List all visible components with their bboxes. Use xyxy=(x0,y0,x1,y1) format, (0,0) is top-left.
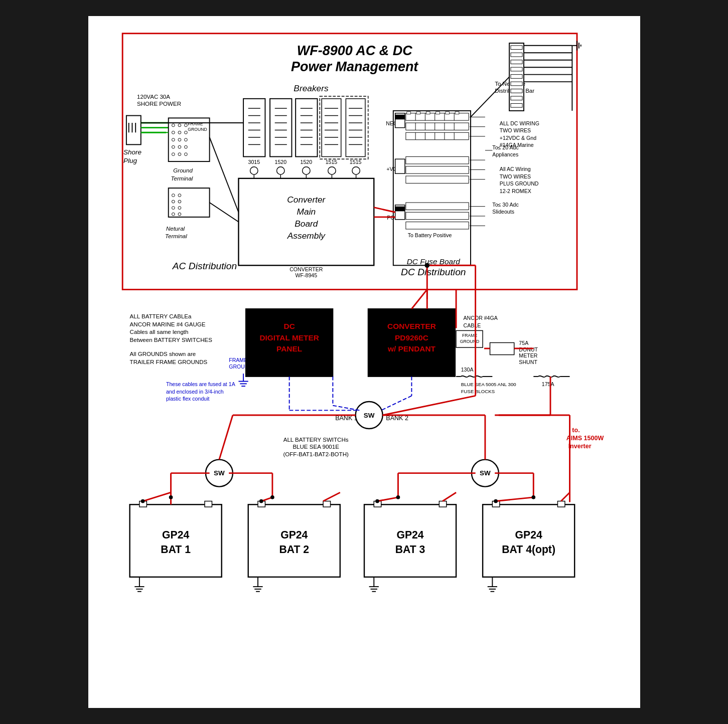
svg-rect-147 xyxy=(510,67,522,71)
dc-fuse-board-label: DC Fuse Board xyxy=(406,257,460,266)
svg-rect-62 xyxy=(322,99,341,157)
converter-label: Converter xyxy=(287,195,326,205)
svg-rect-109 xyxy=(435,112,440,114)
svg-line-270 xyxy=(561,492,569,501)
svg-point-294 xyxy=(424,263,429,268)
dc-distribution-label: DC Distribution xyxy=(401,267,466,277)
donut-meter: 75A xyxy=(519,340,529,346)
svg-rect-137 xyxy=(405,212,468,219)
aims-label: to. xyxy=(572,427,579,434)
svg-line-266 xyxy=(323,492,340,501)
svg-text:PD9260C: PD9260C xyxy=(395,333,428,342)
sw-right: SW xyxy=(480,469,491,477)
breakers-label: Breakers xyxy=(294,83,329,93)
neutral-terminal-label: Netural xyxy=(166,226,185,232)
main-title-line2: Power Management xyxy=(291,59,418,74)
svg-line-278 xyxy=(381,396,411,410)
svg-line-264 xyxy=(142,492,171,501)
svg-text:BAT 2: BAT 2 xyxy=(279,544,309,555)
svg-point-290 xyxy=(169,495,173,499)
svg-rect-111 xyxy=(455,112,459,114)
bat1-label: GP24 xyxy=(162,529,189,540)
fused-note: These cables are fused at 1A xyxy=(166,381,235,387)
svg-text:AIMS 1500W: AIMS 1500W xyxy=(566,435,604,442)
svg-point-78 xyxy=(250,167,257,174)
svg-text:FUSE BLOCKS: FUSE BLOCKS xyxy=(461,389,494,394)
svg-rect-152 xyxy=(510,103,522,107)
svg-rect-255 xyxy=(483,504,574,577)
svg-line-267 xyxy=(377,497,398,501)
ground-terminal-label: Ground xyxy=(173,167,193,173)
svg-text:1520: 1520 xyxy=(274,159,286,165)
shore-power-label: 120VAC 30A xyxy=(137,94,170,100)
breaker-3015: 3015 xyxy=(248,159,260,165)
bat4-label: GP24 xyxy=(515,529,542,540)
svg-text:Main: Main xyxy=(297,207,316,217)
svg-line-276 xyxy=(333,406,359,411)
fuse-block-130: 130A xyxy=(461,367,474,373)
svg-rect-148 xyxy=(510,75,522,79)
battery-cable-note: ALL BATTERY CABLEa xyxy=(129,313,191,319)
frame-ground-label: FRAME xyxy=(188,121,203,126)
svg-point-291 xyxy=(270,495,274,499)
svg-rect-247 xyxy=(364,504,456,577)
sw-center: SW xyxy=(363,412,374,419)
ac-wiring-note: All AC Wiring xyxy=(499,166,530,172)
to-battery-positive: To Battery Positive xyxy=(407,232,452,238)
svg-text:Terminal: Terminal xyxy=(171,175,193,182)
svg-text:TWO WIRES: TWO WIRES xyxy=(499,127,530,133)
svg-line-279 xyxy=(411,289,427,309)
svg-text:BAT 1: BAT 1 xyxy=(161,544,191,555)
svg-point-81 xyxy=(328,167,335,174)
svg-point-292 xyxy=(396,495,400,499)
converter-part: CONVERTER xyxy=(289,266,323,272)
svg-rect-231 xyxy=(129,504,221,577)
svg-rect-144 xyxy=(510,46,522,50)
shore-plug-label: Shore xyxy=(123,148,141,156)
fuse-block-175: 175A xyxy=(541,381,554,387)
svg-rect-53 xyxy=(296,99,317,157)
svg-text:SHUNT: SHUNT xyxy=(519,359,537,365)
svg-rect-110 xyxy=(445,112,449,114)
svg-rect-107 xyxy=(416,112,420,114)
bat2-label: GP24 xyxy=(280,529,308,540)
svg-line-268 xyxy=(443,492,456,501)
svg-line-220 xyxy=(219,415,232,460)
grounds-note: All GROUNDS shown are xyxy=(129,351,196,357)
svg-text:ANCOR MARINE #4 GAUGE: ANCOR MARINE #4 GAUGE xyxy=(129,321,205,327)
svg-point-286 xyxy=(140,499,144,503)
svg-text:Assembly: Assembly xyxy=(286,231,325,241)
svg-text:Slideouts: Slideouts xyxy=(492,209,514,215)
svg-text:#14GA Marine: #14GA Marine xyxy=(499,142,533,148)
svg-point-293 xyxy=(531,495,535,499)
svg-rect-138 xyxy=(405,222,468,229)
svg-line-269 xyxy=(496,497,533,501)
svg-text:+12VDC & Gnd: +12VDC & Gnd xyxy=(499,135,536,141)
ac-distribution-label: AC Distribution xyxy=(172,261,236,271)
svg-point-288 xyxy=(375,499,379,503)
svg-text:CABLE: CABLE xyxy=(463,322,481,328)
svg-rect-70 xyxy=(346,99,365,157)
svg-rect-239 xyxy=(248,504,340,577)
svg-line-281 xyxy=(382,396,475,415)
ancor-cable: ANCOR #4GA xyxy=(463,315,498,321)
svg-point-287 xyxy=(259,499,263,503)
svg-text:Terminal: Terminal xyxy=(165,233,187,239)
svg-text:Plug: Plug xyxy=(123,157,137,164)
svg-text:w/ PENDANT: w/ PENDANT xyxy=(387,344,435,353)
converter-panel-label: CONVERTER xyxy=(387,322,436,330)
to-30adc: To≤ 30 Adc xyxy=(492,202,519,208)
svg-rect-145 xyxy=(510,53,522,57)
svg-text:GROUND: GROUND xyxy=(460,339,479,344)
svg-text:DONUT: DONUT xyxy=(519,346,538,352)
frame-ground-lower: FRAME xyxy=(229,357,247,363)
svg-rect-128 xyxy=(405,156,468,163)
svg-rect-241 xyxy=(323,501,330,507)
svg-text:BAT 3: BAT 3 xyxy=(395,544,425,555)
svg-rect-146 xyxy=(510,60,522,64)
svg-text:1515: 1515 xyxy=(349,159,361,165)
svg-rect-150 xyxy=(510,89,522,93)
dc-meter-panel-label: DC xyxy=(283,322,295,330)
svg-point-79 xyxy=(276,167,284,174)
svg-text:Inverter: Inverter xyxy=(568,443,591,450)
